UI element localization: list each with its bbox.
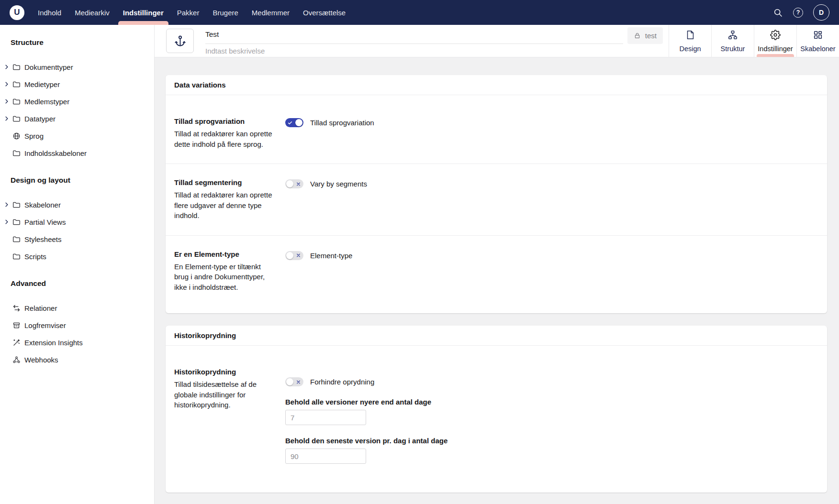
top-nav-actions: ? D (773, 4, 829, 21)
card-title: Data variations (166, 75, 827, 95)
sidebar-item-logfremviser[interactable]: Logfremviser (4, 317, 149, 334)
top-nav-sections: Indhold Mediearkiv Indstillinger Pakker … (38, 0, 346, 25)
chevron-right-icon[interactable] (4, 99, 10, 104)
property-description: Tillad at redaktører kan oprette dette i… (174, 129, 277, 149)
sidebar-section-title: Advanced (11, 279, 149, 288)
alias-badge[interactable]: test (627, 27, 663, 44)
sidebar-item-relationer[interactable]: Relationer (4, 299, 149, 317)
sidebar-item-scripts[interactable]: Scripts (4, 248, 149, 265)
toggle-label: Vary by segments (310, 180, 367, 188)
sidebar-item-webhooks[interactable]: Webhooks (4, 351, 149, 368)
nav-item-mediearkiv[interactable]: Mediearkiv (75, 0, 110, 25)
folder-icon (12, 235, 21, 243)
description-input[interactable] (205, 44, 669, 55)
folder-icon (12, 201, 21, 209)
property-label: Tillad segmentering (174, 178, 277, 186)
toggle-element-type[interactable] (285, 251, 303, 260)
sidebar-item-skabeloner[interactable]: Skabeloner (4, 196, 149, 213)
sidebar-section-title: Design og layout (11, 176, 149, 185)
tab-struktur[interactable]: Struktur (711, 25, 754, 57)
chevron-right-icon[interactable] (4, 202, 10, 207)
property-description: En Element-type er tiltænkt brug i andre… (174, 262, 277, 293)
settings-tree-sidebar: Structure Dokumenttyper Medietyper Medle… (0, 25, 155, 504)
keep-latest-version-days-input[interactable] (285, 449, 366, 464)
property-row-er-en-element-type: Er en Element-type En Element-type er ti… (166, 235, 827, 314)
property-label: Historikoprydning (174, 368, 277, 376)
sidebar-item-dokumenttyper[interactable]: Dokumenttyper (4, 58, 149, 76)
tab-skabeloner[interactable]: Skabeloner (796, 25, 839, 57)
folder-icon (12, 115, 21, 123)
wand-icon (12, 339, 21, 347)
top-navigation: U Indhold Mediearkiv Indstillinger Pakke… (0, 0, 839, 25)
sidebar-item-sprog[interactable]: Sprog (4, 127, 149, 144)
sidebar-item-label: Relationer (24, 304, 57, 312)
toggle-vary-by-segments[interactable] (285, 179, 303, 188)
user-avatar[interactable]: D (813, 4, 829, 21)
document-icon (685, 30, 695, 42)
sidebar-section-title: Structure (11, 38, 149, 47)
tab-indstillinger[interactable]: Indstillinger (754, 25, 796, 57)
sidebar-item-indholdsskabeloner[interactable]: Indholdsskabeloner (4, 144, 149, 162)
chevron-right-icon[interactable] (4, 219, 10, 224)
search-icon[interactable] (773, 8, 783, 18)
card-title: Historikoprydning (166, 326, 827, 346)
folder-icon (12, 80, 21, 88)
workspace-header: test Design Struktur (155, 25, 839, 57)
toggle-forhindre-oprydning[interactable] (285, 377, 303, 386)
toggle-knob (286, 252, 293, 259)
property-row-tillad-segmentering: Tillad segmentering Tillad at redaktører… (166, 164, 827, 235)
nav-item-indhold[interactable]: Indhold (38, 0, 61, 25)
nav-item-oversaettelse[interactable]: Oversættelse (303, 0, 346, 25)
field-label: Behold alle versioner nyere end antal da… (285, 398, 818, 406)
nav-item-brugere[interactable]: Brugere (213, 0, 238, 25)
sidebar-item-label: Medlemstyper (24, 98, 69, 106)
cross-icon (296, 182, 301, 186)
toggle-knob (286, 180, 293, 187)
folder-icon (12, 98, 21, 106)
chevron-right-icon[interactable] (4, 82, 10, 87)
logo-letter: U (14, 8, 20, 16)
sidebar-item-partial-views[interactable]: Partial Views (4, 213, 149, 230)
folder-icon (12, 218, 21, 226)
sidebar-item-extension-insights[interactable]: Extension Insights (4, 334, 149, 351)
umbraco-logo-icon[interactable]: U (10, 5, 24, 20)
sidebar-item-datatyper[interactable]: Datatyper (4, 110, 149, 127)
nav-item-medlemmer[interactable]: Medlemmer (252, 0, 290, 25)
sidebar-item-medlemstyper[interactable]: Medlemstyper (4, 93, 149, 110)
property-row-historikoprydning: Historikoprydning Tillad tilsidesættelse… (166, 353, 827, 493)
sidebar-item-label: Partial Views (24, 218, 66, 226)
help-icon[interactable]: ? (793, 8, 803, 18)
name-and-description: test (205, 25, 669, 57)
sidebar-item-stylesheets[interactable]: Stylesheets (4, 230, 149, 248)
folder-icon (12, 252, 21, 261)
swap-arrows-icon (12, 304, 21, 312)
webhook-icon (12, 356, 21, 364)
sidebar-item-label: Indholdsskabeloner (24, 149, 87, 157)
sidebar-section-structure: Structure Dokumenttyper Medietyper Medle… (4, 38, 149, 162)
name-input[interactable] (205, 26, 623, 44)
chevron-right-icon[interactable] (4, 65, 10, 69)
toggle-tillad-sprogvariation[interactable] (285, 118, 303, 127)
toggle-knob (295, 119, 302, 126)
tab-design[interactable]: Design (669, 25, 711, 57)
folder-icon (12, 63, 21, 71)
sidebar-section-design-og-layout: Design og layout Skabeloner Partial View… (4, 176, 149, 265)
chevron-right-icon[interactable] (4, 116, 10, 121)
toggle-label: Forhindre oprydning (310, 378, 374, 386)
nav-item-indstillinger[interactable]: Indstillinger (123, 0, 164, 25)
keep-all-versions-days-input[interactable] (285, 410, 366, 425)
field-keep-all-versions: Behold alle versioner nyere end antal da… (285, 398, 818, 425)
property-description: Tillad at redaktører kan oprette flere u… (174, 190, 277, 221)
nav-item-pakker[interactable]: Pakker (177, 0, 200, 25)
sidebar-item-medietyper[interactable]: Medietyper (4, 76, 149, 93)
sidebar-item-label: Stylesheets (24, 235, 62, 243)
sidebar-item-label: Datatyper (24, 115, 56, 123)
cross-icon (296, 380, 301, 384)
anchor-icon-button[interactable] (166, 29, 194, 53)
property-description: Tillad tilsidesættelse af de globale ind… (174, 379, 277, 410)
toggle-knob (286, 378, 293, 385)
sidebar-item-label: Dokumenttyper (24, 63, 73, 71)
cross-icon (296, 253, 301, 258)
property-row-tillad-sprogvariation: Tillad sprogvariation Tillad at redaktør… (166, 103, 827, 164)
card-historikoprydning: Historikoprydning Historikoprydning Till… (166, 326, 827, 493)
